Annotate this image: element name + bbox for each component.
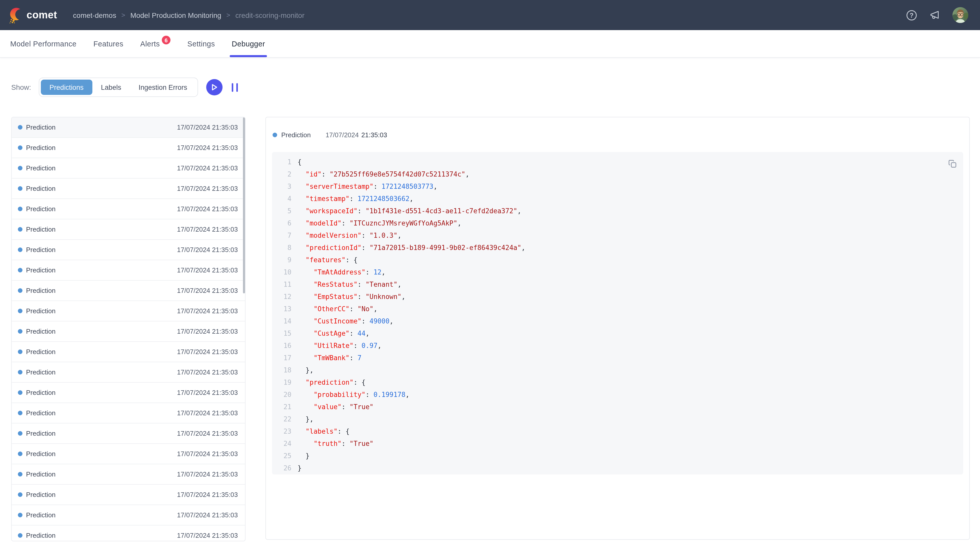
- tab-bar: Model PerformanceFeaturesAlerts6Settings…: [0, 30, 980, 58]
- line-number: 20: [272, 389, 291, 401]
- tab-label: Model Performance: [10, 40, 76, 48]
- pause-button[interactable]: [232, 83, 238, 92]
- code-line: 3 "serverTimestamp": 1721248503773,: [272, 181, 963, 193]
- prediction-dot: [18, 268, 22, 272]
- content: Prediction17/07/2024 21:35:03Prediction1…: [11, 117, 980, 541]
- breadcrumb-item[interactable]: Model Production Monitoring: [130, 11, 221, 19]
- list-item[interactable]: Prediction17/07/2024 21:35:03: [12, 260, 245, 281]
- list-item[interactable]: Prediction17/07/2024 21:35:03: [12, 362, 245, 383]
- code-line: 22 },: [272, 413, 963, 426]
- line-number: 26: [272, 462, 291, 475]
- list-item[interactable]: Prediction17/07/2024 21:35:03: [12, 505, 245, 526]
- segment-labels[interactable]: Labels: [92, 79, 130, 95]
- prediction-list: Prediction17/07/2024 21:35:03Prediction1…: [11, 117, 245, 541]
- list-item[interactable]: Prediction17/07/2024 21:35:03: [12, 342, 245, 362]
- prediction-dot: [18, 513, 22, 517]
- row-timestamp: 17/07/2024 21:35:03: [177, 266, 238, 274]
- list-item[interactable]: Prediction17/07/2024 21:35:03: [12, 118, 245, 138]
- line-number: 17: [272, 352, 291, 364]
- row-label: Prediction: [26, 409, 56, 417]
- segment-predictions[interactable]: Predictions: [41, 79, 92, 95]
- code-line: 2 "id": "27b525ff69e8e5754f42d07c5211374…: [272, 168, 963, 181]
- play-icon: [211, 84, 218, 91]
- code-line: 1{: [272, 156, 963, 168]
- tab-debugger[interactable]: Debugger: [232, 30, 265, 57]
- code-line: 20 "probability": 0.199178,: [272, 389, 963, 401]
- row-timestamp: 17/07/2024 21:35:03: [177, 348, 238, 356]
- list-item[interactable]: Prediction17/07/2024 21:35:03: [12, 485, 245, 505]
- prediction-dot: [18, 370, 22, 375]
- show-label: Show:: [11, 83, 31, 91]
- row-label: Prediction: [26, 185, 56, 192]
- row-label: Prediction: [26, 124, 56, 131]
- list-item[interactable]: Prediction17/07/2024 21:35:03: [12, 383, 245, 403]
- row-timestamp: 17/07/2024 21:35:03: [177, 430, 238, 437]
- line-number: 2: [272, 168, 291, 181]
- code-line: 12 "EmpStatus": "Unknown",: [272, 291, 963, 303]
- row-label: Prediction: [26, 348, 56, 356]
- copy-button[interactable]: [948, 159, 957, 168]
- row-label: Prediction: [26, 368, 56, 376]
- list-item[interactable]: Prediction17/07/2024 21:35:03: [12, 321, 245, 342]
- row-timestamp: 17/07/2024 21:35:03: [177, 124, 238, 131]
- list-scrollbar[interactable]: [243, 118, 245, 293]
- breadcrumb-item[interactable]: comet-demos: [73, 11, 116, 19]
- prediction-dot: [18, 472, 22, 476]
- tab-features[interactable]: Features: [94, 30, 124, 57]
- list-item[interactable]: Prediction17/07/2024 21:35:03: [12, 158, 245, 179]
- copy-icon: [948, 159, 957, 168]
- list-item[interactable]: Prediction17/07/2024 21:35:03: [12, 464, 245, 485]
- announcements-button[interactable]: [929, 9, 941, 21]
- prediction-dot: [18, 227, 22, 232]
- code-line: 13 "OtherCC": "No",: [272, 303, 963, 315]
- tab-alerts[interactable]: Alerts6: [140, 30, 171, 57]
- list-item[interactable]: Prediction17/07/2024 21:35:03: [12, 219, 245, 240]
- code-line: 11 "ResStatus": "Tenant",: [272, 279, 963, 291]
- list-item[interactable]: Prediction17/07/2024 21:35:03: [12, 424, 245, 444]
- line-number: 25: [272, 450, 291, 462]
- row-timestamp: 17/07/2024 21:35:03: [177, 389, 238, 396]
- code-line: 16 "UtilRate": 0.97,: [272, 340, 963, 352]
- row-label: Prediction: [26, 144, 56, 151]
- tab-label: Alerts: [140, 40, 160, 48]
- row-label: Prediction: [26, 164, 56, 172]
- row-label: Prediction: [26, 307, 56, 315]
- line-number: 6: [272, 218, 291, 230]
- row-label: Prediction: [26, 266, 56, 274]
- row-label: Prediction: [26, 532, 56, 539]
- play-button[interactable]: [206, 79, 223, 95]
- list-item[interactable]: Prediction17/07/2024 21:35:03: [12, 199, 245, 219]
- detail-type-label: Prediction: [281, 131, 311, 138]
- tab-settings[interactable]: Settings: [187, 30, 215, 57]
- prediction-dot: [272, 132, 277, 137]
- row-timestamp: 17/07/2024 21:35:03: [177, 491, 238, 499]
- list-item[interactable]: Prediction17/07/2024 21:35:03: [12, 526, 245, 541]
- help-icon: ?: [906, 10, 917, 21]
- help-button[interactable]: ?: [906, 10, 917, 21]
- line-number: 1: [272, 156, 291, 168]
- list-item[interactable]: Prediction17/07/2024 21:35:03: [12, 138, 245, 158]
- segment-ingestion-errors[interactable]: Ingestion Errors: [130, 79, 196, 95]
- prediction-dot: [18, 248, 22, 252]
- row-timestamp: 17/07/2024 21:35:03: [177, 409, 238, 417]
- row-label: Prediction: [26, 450, 56, 457]
- avatar[interactable]: [953, 7, 968, 23]
- row-label: Prediction: [26, 246, 56, 254]
- comet-logo-text: comet: [27, 9, 57, 21]
- list-item[interactable]: Prediction17/07/2024 21:35:03: [12, 179, 245, 199]
- breadcrumb-separator-icon: >: [226, 11, 230, 19]
- tab-model-performance[interactable]: Model Performance: [10, 30, 76, 57]
- code-line: 25 }: [272, 450, 963, 462]
- comet-logo[interactable]: comet: [9, 7, 57, 23]
- list-item[interactable]: Prediction17/07/2024 21:35:03: [12, 403, 245, 424]
- list-item[interactable]: Prediction17/07/2024 21:35:03: [12, 444, 245, 464]
- list-item[interactable]: Prediction17/07/2024 21:35:03: [12, 301, 245, 321]
- list-item[interactable]: Prediction17/07/2024 21:35:03: [12, 240, 245, 260]
- list-item[interactable]: Prediction17/07/2024 21:35:03: [12, 281, 245, 301]
- megaphone-icon: [929, 9, 941, 21]
- prediction-dot: [18, 206, 22, 211]
- code-line: 6 "modelId": "ITCuzncJYMsreyWGfYoAg5AkP"…: [272, 218, 963, 230]
- code-line: 5 "workspaceId": "1b1f431e-d551-4cd3-ae1…: [272, 205, 963, 218]
- code-line: 26}: [272, 462, 963, 475]
- row-timestamp: 17/07/2024 21:35:03: [177, 246, 238, 254]
